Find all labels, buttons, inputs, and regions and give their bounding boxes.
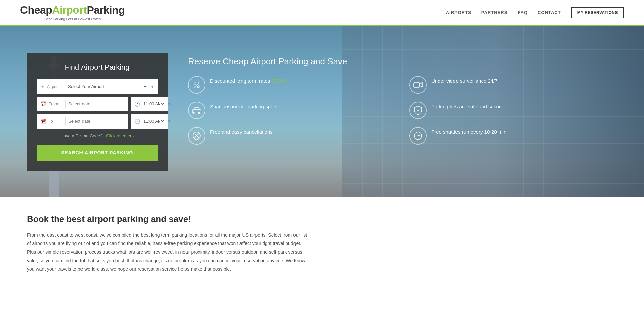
to-date-input[interactable] <box>68 119 125 124</box>
svg-point-23 <box>418 135 419 136</box>
feature-shuttle-text: Free shuttles run every 10-20 min <box>431 127 506 135</box>
airport-label: Airport <box>47 84 61 89</box>
features-title: Reserve Cheap Airport Parking and Save <box>188 56 617 67</box>
to-time-part: 🕐 11:00 AM ▼ <box>131 114 168 129</box>
calendar-from-icon: 📅 <box>40 101 46 107</box>
search-button[interactable]: SEARCH AIRPORT PARKING <box>37 145 158 161</box>
feature-cancel-text: Free and easy cancellations <box>210 127 273 135</box>
logo-text: CheapAirportParking <box>20 4 125 16</box>
svg-point-7 <box>194 82 196 84</box>
chevron-right-icon: › <box>133 134 134 138</box>
discount-icon <box>188 76 205 94</box>
nav-contact[interactable]: CONTACT <box>538 10 561 15</box>
logo-subtitle: Best Parking Lots at Lowest Rates <box>44 17 101 21</box>
main-nav: AIRPORTS PARTNERS FAQ CONTACT MY RESERVA… <box>446 7 624 18</box>
svg-point-8 <box>197 86 199 88</box>
calendar-to-icon: 📅 <box>40 119 46 124</box>
time-to-arrow-icon: ▼ <box>167 119 171 124</box>
to-date-part: 📅 To <box>37 114 128 129</box>
divider <box>65 117 66 125</box>
feature-discount-text: Discounted long term rates $5.95+ <box>210 76 287 85</box>
content-body: From the east coast to west coast, we've… <box>27 231 309 273</box>
from-date-part: 📅 From <box>37 97 128 111</box>
promo-link[interactable]: Click to enter <box>106 133 131 138</box>
features-grid: Discounted long term rates $5.95+ Under … <box>188 76 617 145</box>
logo[interactable]: CheapAirportParking Best Parking Lots at… <box>20 4 125 21</box>
to-time-select[interactable]: 11:00 AM <box>142 118 165 124</box>
feature-indoor-text: Spacious indoor parking spots <box>210 102 277 110</box>
clock-to-icon: 🕐 <box>134 119 140 124</box>
feature-secure: Parking lots are safe and secure <box>409 102 617 119</box>
logo-parking: Parking <box>87 4 125 16</box>
dropdown-arrow-icon: ▼ <box>150 84 154 89</box>
feature-surveillance-text: Under video surveillance 24/7 <box>431 76 498 85</box>
feature-surveillance: Under video surveillance 24/7 <box>409 76 617 94</box>
feature-indoor: Spacious indoor parking spots <box>188 102 396 119</box>
feature-shuttle: Free shuttles run every 10-20 min <box>409 127 617 145</box>
feature-discount: Discounted long term rates $5.95+ <box>188 76 396 94</box>
from-label: From <box>49 102 63 106</box>
svg-marker-11 <box>420 82 422 87</box>
promo-question: Have a Promo Code? <box>60 133 102 138</box>
svg-line-9 <box>194 82 200 88</box>
search-panel: Find Airport Parking ✈ Airport Select Yo… <box>27 53 168 171</box>
camera-icon <box>409 76 427 94</box>
nav-airports[interactable]: AIRPORTS <box>446 10 471 15</box>
hero-content: Find Airport Parking ✈ Airport Select Yo… <box>0 53 644 171</box>
airport-row: ✈ Airport Select Your Airport ▼ <box>37 79 158 94</box>
site-header: CheapAirportParking Best Parking Lots at… <box>0 0 644 26</box>
search-title: Find Airport Parking <box>37 63 158 72</box>
shuttle-icon <box>409 127 427 145</box>
plane-icon: ✈ <box>40 84 44 89</box>
from-row: 📅 From 🕐 11:00 AM ▼ <box>37 97 158 111</box>
from-time-select[interactable]: 11:00 AM <box>142 101 165 107</box>
to-label: To <box>49 119 63 124</box>
nav-partners[interactable]: PARTNERS <box>481 10 508 15</box>
from-date-input[interactable] <box>68 101 125 106</box>
divider <box>64 82 64 91</box>
divider <box>65 100 66 108</box>
shield-icon <box>409 102 427 119</box>
logo-cheap: Cheap <box>20 4 52 16</box>
time-arrow-icon: ▼ <box>167 102 171 106</box>
airport-select[interactable]: Select Your Airport <box>67 84 148 89</box>
feature-secure-text: Parking lots are safe and secure <box>431 102 503 110</box>
features-panel: Reserve Cheap Airport Parking and Save D… <box>188 53 617 145</box>
content-section: Book the best airport parking and save! … <box>0 197 335 290</box>
promo-row: Have a Promo Code? Click to enter › <box>37 133 158 138</box>
logo-airport: Airport <box>52 4 87 16</box>
my-reservations-button[interactable]: MY RESERVATIONS <box>571 7 624 18</box>
content-title: Book the best airport parking and save! <box>27 214 309 224</box>
cancel-icon <box>188 127 205 145</box>
nav-faq[interactable]: FAQ <box>518 10 528 15</box>
svg-rect-10 <box>414 83 420 87</box>
car-icon <box>188 102 205 119</box>
hero-section: Find Airport Parking ✈ Airport Select Yo… <box>0 26 644 197</box>
from-time-part: 🕐 11:00 AM ▼ <box>131 97 168 111</box>
clock-from-icon: 🕐 <box>134 101 140 107</box>
to-row: 📅 To 🕐 11:00 AM ▼ <box>37 114 158 129</box>
feature-cancel: Free and easy cancellations <box>188 127 396 145</box>
